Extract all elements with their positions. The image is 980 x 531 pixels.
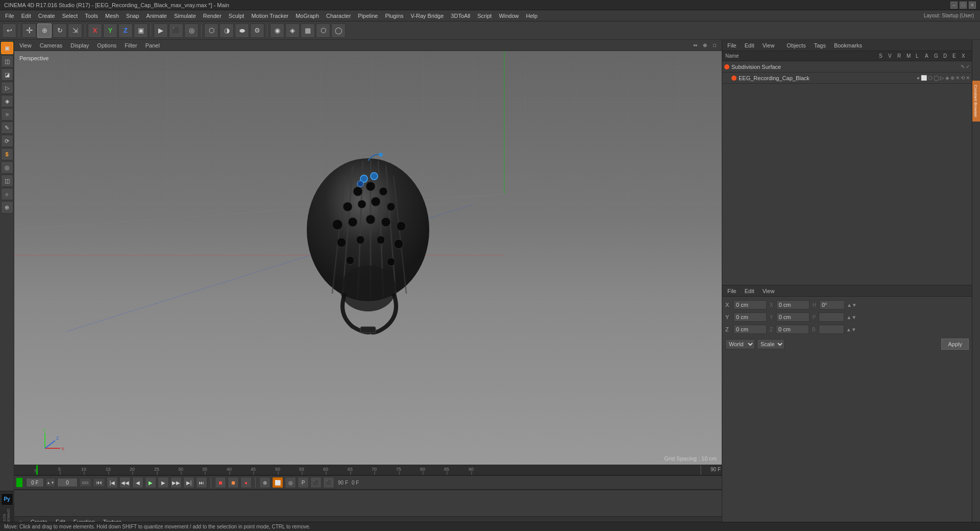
timeline-p-btn[interactable]: P [298, 477, 309, 488]
menu-pipeline[interactable]: Pipeline [355, 12, 381, 20]
attr-z-rot[interactable] [776, 325, 809, 334]
menu-help[interactable]: Help [523, 12, 541, 20]
obj-row-eeg-cap[interactable]: EEG_Recording_Cap_Black ● ⬜ ⬡ ◯ ▷ ◈ ⊕ ✕ … [722, 73, 972, 84]
scale-mode-select[interactable]: Scale Size [757, 339, 785, 349]
vp-view-menu[interactable]: View [17, 41, 34, 50]
play-btn[interactable]: ▶ [145, 477, 156, 488]
move-tool[interactable]: ✛ [22, 23, 36, 38]
sidebar-add-btn[interactable]: ⊕ [1, 201, 13, 213]
timeline-box-btn[interactable]: ⬜ [272, 477, 283, 488]
attr-y-pos[interactable] [733, 312, 767, 322]
prev-frame-btn[interactable]: ⏮ [93, 478, 105, 487]
obj-row-subdivision[interactable]: Subdivision Surface ✎ ✓ [722, 61, 972, 73]
axis-x-btn[interactable]: X [88, 23, 102, 38]
go-start-btn[interactable]: |◀ [107, 477, 118, 488]
prev-key-btn[interactable]: ◀◀ [119, 477, 131, 488]
vp-cameras-menu[interactable]: Cameras [38, 41, 65, 50]
attr-view-menu[interactable]: View [761, 287, 777, 295]
next-key-btn[interactable]: ▶▶ [170, 477, 182, 488]
constant-browser-tab[interactable]: Constant Browser [972, 81, 981, 122]
attr-file-menu[interactable]: File [725, 287, 739, 295]
menu-select[interactable]: Select [59, 12, 81, 20]
menu-edit[interactable]: Edit [18, 12, 34, 20]
sidebar-pen-btn[interactable]: ✎ [1, 122, 13, 134]
menu-vray[interactable]: V-Ray Bridge [408, 12, 447, 20]
sidebar-layers-btn[interactable]: ◫ [1, 175, 13, 187]
menu-mesh[interactable]: Mesh [102, 12, 122, 20]
menu-tools[interactable]: Tools [82, 12, 101, 20]
vp-options-menu[interactable]: Options [95, 41, 118, 50]
coord-system-select[interactable]: World Local Object [725, 339, 755, 349]
next-frame-btn[interactable]: ▶ [158, 477, 169, 488]
obj-mode-btn[interactable]: ⬡ [204, 23, 218, 38]
timeline-grid-btn[interactable]: ⬛ [310, 477, 322, 488]
render-preview[interactable]: ▶ [154, 23, 168, 38]
sidebar-polygon-btn[interactable]: ◪ [1, 68, 13, 81]
attr-z-pos[interactable] [733, 325, 767, 334]
timeline-key-btn[interactable]: ⊕ [259, 477, 271, 488]
coord-btn[interactable]: ▣ [134, 23, 148, 38]
timeline-ruler[interactable]: 0 5 10 15 20 25 30 35 40 [14, 465, 722, 475]
menu-create[interactable]: Create [35, 12, 58, 20]
viewport-canvas[interactable]: Perspective [14, 51, 722, 465]
attr-z-controls[interactable]: ▲▼ [846, 327, 856, 332]
menu-plugins[interactable]: Plugins [382, 12, 406, 20]
attr-x-rot[interactable] [776, 300, 810, 309]
current-frame-input[interactable] [26, 478, 44, 487]
timeline-indicator[interactable] [37, 465, 38, 475]
vp-panel-icon[interactable]: □ [710, 41, 719, 50]
prev-frame-btn2[interactable]: ◀ [132, 477, 143, 488]
sidebar-brush-btn[interactable]: ⟐ [1, 188, 13, 200]
attr-x-hpb[interactable] [819, 300, 845, 309]
frame-value-input[interactable] [57, 478, 78, 487]
sidebar-s-btn[interactable]: $ [1, 148, 13, 160]
vp-expand-icon[interactable]: ⇔ [691, 41, 699, 50]
timeline-dots-btn[interactable]: ⬛ [323, 477, 334, 488]
vp-panel-menu[interactable]: Panel [143, 41, 162, 50]
grid-btn[interactable]: ▦ [301, 23, 315, 38]
obj-tags-tab[interactable]: Tags [812, 41, 828, 50]
frame-inc-dec[interactable]: ▲▼ [45, 478, 56, 487]
viewport[interactable]: View Cameras Display Options Filter Pane… [14, 40, 722, 465]
close-button[interactable]: ✕ [969, 2, 976, 9]
lighting-btn[interactable]: ⬡ [316, 23, 330, 38]
poly-mode-btn[interactable]: ⚙ [250, 23, 264, 38]
go-end-btn[interactable]: ▶| [183, 477, 194, 488]
vp-display-menu[interactable]: Display [68, 41, 91, 50]
sidebar-select-btn[interactable]: ◫ [1, 55, 13, 67]
obj-objects-tab[interactable]: Objects [785, 41, 807, 50]
axis-y-btn[interactable]: Y [103, 23, 117, 38]
timeline-track[interactable] [14, 490, 722, 516]
attr-y-controls[interactable]: ▲▼ [846, 315, 856, 320]
minimize-button[interactable]: ─ [950, 2, 958, 9]
sidebar-grid-btn[interactable]: ⌗ [1, 108, 13, 120]
menu-mograph[interactable]: MoGraph [292, 12, 322, 20]
scale-tool[interactable]: ⇲ [68, 23, 82, 38]
attr-edit-menu[interactable]: Edit [743, 287, 756, 295]
sidebar-arrow-btn[interactable]: ▷ [1, 82, 13, 94]
apply-button[interactable]: Apply [941, 339, 969, 350]
attr-y-hpb[interactable] [819, 312, 844, 322]
undo-button[interactable]: ↩ [2, 23, 16, 38]
go-end-btn2[interactable]: ⏭ [196, 477, 207, 488]
sidebar-rotate-btn[interactable]: ⟳ [1, 135, 13, 147]
menu-animate[interactable]: Animate [143, 12, 170, 20]
menu-window[interactable]: Window [496, 12, 522, 20]
select-tool[interactable]: ⊕ [37, 23, 52, 38]
attr-z-hpb[interactable] [819, 325, 844, 334]
attr-x-pos[interactable] [733, 300, 767, 309]
fps-toggle[interactable]: GO [79, 478, 91, 487]
rotate-tool[interactable]: ↻ [53, 23, 67, 38]
snap-btn[interactable]: ◉ [270, 23, 284, 38]
point-mode-btn[interactable]: ◑ [219, 23, 234, 38]
edge-mode-btn[interactable]: ⬬ [235, 23, 249, 38]
menu-motion-tracker[interactable]: Motion Tracker [248, 12, 291, 20]
menu-character[interactable]: Character [323, 12, 354, 20]
menu-render[interactable]: Render [200, 12, 225, 20]
attr-x-controls[interactable]: ▲▼ [847, 302, 857, 308]
record-btn[interactable]: ⏺ [215, 477, 226, 488]
render-settings[interactable]: ◎ [184, 23, 199, 38]
obj-file-menu[interactable]: File [725, 41, 739, 50]
menu-sculpt[interactable]: Sculpt [226, 12, 248, 20]
menu-script[interactable]: Script [474, 12, 495, 20]
